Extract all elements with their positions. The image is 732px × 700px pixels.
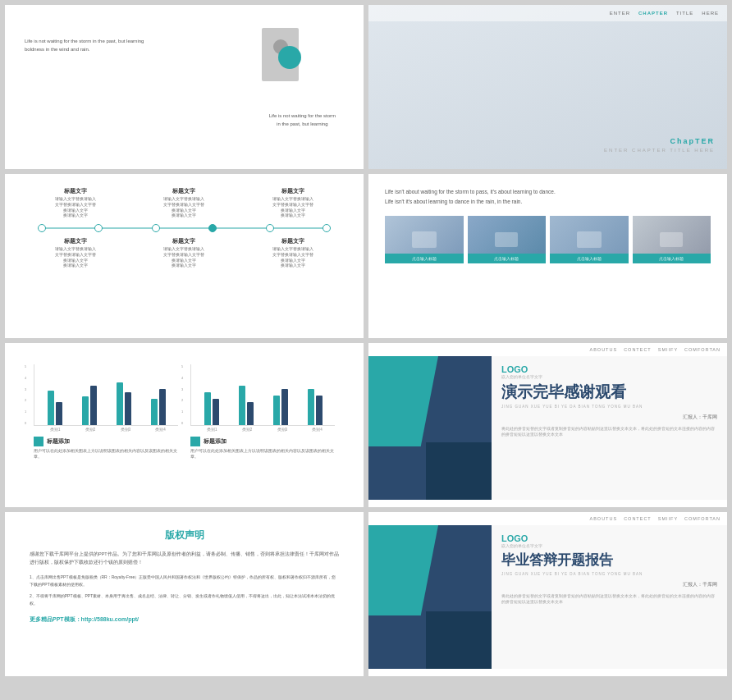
- s6-nav-3: SMIIFY: [658, 347, 678, 352]
- s6-author: 汇报人：千库网: [501, 414, 717, 421]
- slide-charts: 543210: [5, 343, 364, 507]
- slide-timeline: 标题文字 请输入文字替换请输入文字替换请输入文字替换请输入文字换请输入文字 标题…: [5, 174, 364, 338]
- nav-here: HERE: [702, 11, 719, 16]
- slide-chapter: ENTER CHAPTER TITLE HERE ChapTER ENTER C…: [368, 5, 727, 169]
- timeline-item-bottom-1: 标题文字 请输入文字替换请输入文字替换请输入文字替换请输入文字换请输入文字: [21, 237, 130, 269]
- tl-dot-6: [323, 224, 331, 232]
- s8-logo-sub: 嵌入您的单位名字文字: [501, 543, 717, 548]
- s8-pinyin: JING GUAN XUE YUE BI YE DA BIAN TONG YON…: [501, 572, 717, 576]
- image-item-1: 点击输入标题: [385, 216, 464, 263]
- s6-pinyin: JING GUAN XUE YUE BI YE DA BIAN TONG YON…: [501, 405, 717, 409]
- image-item-2: 点击输入标题: [468, 216, 547, 263]
- tl-dot-3: [152, 224, 160, 232]
- timeline-item-bottom-3: 标题文字 请输入文字替换请输入文字替换请输入文字替换请输入文字换请输入文字: [239, 237, 347, 269]
- s8-main-title: 毕业答辩开题报告: [501, 553, 717, 569]
- slide-images: Life isn't about waiting for the storm t…: [368, 174, 727, 338]
- chart1-desc: 用户可以在此处添加相关图表上方以说明该图表的相关内容以及该图表的相关文章。: [34, 449, 178, 460]
- tl-dot-1: [38, 224, 46, 232]
- copyright-title: 版权声明: [30, 528, 339, 542]
- s6-logo: LOGO: [501, 364, 717, 374]
- tl-dot-2: [94, 224, 103, 232]
- timeline-item-top-2: 标题文字 请输入文字替换请输入文字替换请输入文字替换请输入文字换请输入文字: [130, 187, 238, 219]
- slide-grid: Life is not waiting for the storm in the…: [0, 0, 732, 681]
- nav-title: TITLE: [676, 11, 693, 16]
- s8-desc: 将此处的拼音短替的文字或者复制拼音短的内容粘贴到这里以替换文本文本，将此处的拼音…: [501, 593, 717, 605]
- s6-nav-4: COMFORTAN: [684, 347, 721, 352]
- chart-block-2: 543210: [190, 364, 335, 460]
- slide-thankyou: ABOUTUS CONTECT SMIIFY COMFORTAN LOGO 嵌入…: [368, 343, 727, 507]
- s6-main-title: 演示完毕感谢观看: [501, 384, 717, 401]
- s8-author: 汇报人：千库网: [501, 581, 717, 588]
- timeline-item-bottom-2: 标题文字 请输入文字替换请输入文字替换请输入文字替换请输入文字换请输入文字: [130, 237, 238, 269]
- timeline-item-top-3: 标题文字 请输入文字替换请输入文字替换请输入文字替换请输入文字换请输入文字: [239, 187, 347, 219]
- s8-nav-3: SMIIFY: [658, 516, 678, 521]
- copyright-para3: 2、不得将千库网的PPT模板、PPT素材、本身用于再出售、成名总结、法律、转让、…: [30, 592, 339, 607]
- chapter-label: ChapTER: [604, 137, 715, 145]
- nav-enter: ENTER: [610, 11, 630, 16]
- timeline-item-top-1: 标题文字 请输入文字替换请输入文字替换请输入文字替换请输入文字换请输入文字: [21, 187, 130, 219]
- copyright-para2: 1、点击库网出售PPT模板是免版税类（RR：Royalty-Free）正版受中国…: [30, 574, 339, 588]
- s8-nav-2: CONTECT: [624, 516, 652, 521]
- s8-logo: LOGO: [501, 533, 717, 543]
- quote-main: Life isn't about waiting for the storm t…: [385, 187, 711, 208]
- copyright-para1: 感谢您下载千库网平台上提供的PPT作品。为了您和千库网以及原创作者的利益，请务必…: [30, 551, 339, 567]
- s8-nav-4: COMFORTAN: [684, 516, 721, 521]
- s6-nav-2: CONTECT: [624, 347, 652, 352]
- quote-text-1: Life is not waiting for the storm in the…: [25, 38, 160, 53]
- s6-nav-1: ABOUTUS: [590, 347, 618, 352]
- tl-dot-5: [266, 224, 274, 232]
- tl-dot-4: [208, 224, 217, 232]
- quote-text-2: Life is not waiting for the stormin the …: [269, 112, 336, 128]
- s6-desc: 将此处的拼音短替的文字或者复制拼音短的内容粘贴到这里以替换文本文本，将此处的拼音…: [501, 426, 717, 437]
- slide-quote: Life is not waiting for the storm in the…: [5, 5, 364, 169]
- chart2-desc: 用户可以在此处添加相关图表上方以说明该图表的相关内容以及该图表的相关文章。: [190, 449, 335, 460]
- copyright-link: 更多精品PPT模板：http://588ku.com/ppt/: [30, 615, 339, 624]
- image-item-4: 点击输入标题: [633, 216, 711, 263]
- slide-thesis: ABOUTUS CONTECT SMIIFY COMFORTAN LOGO 嵌入…: [368, 512, 727, 676]
- chart1-title: 标题添加: [47, 437, 70, 446]
- chart-block-1: 543210: [34, 364, 178, 460]
- s6-logo-sub: 嵌入您的单位名字文字: [501, 374, 717, 379]
- image-item-3: 点击输入标题: [550, 216, 629, 263]
- nav-chapter: CHAPTER: [638, 11, 668, 16]
- slide-copyright: 版权声明 感谢您下载千库网平台上提供的PPT作品。为了您和千库网以及原创作者的利…: [5, 512, 364, 676]
- s8-nav-1: ABOUTUS: [590, 516, 618, 521]
- chart1-icon: [34, 437, 43, 446]
- chart2-icon: [190, 437, 200, 446]
- chapter-title-line: ENTER CHAPTER TITLE HERE: [604, 148, 715, 153]
- chart2-title: 标题添加: [204, 437, 226, 446]
